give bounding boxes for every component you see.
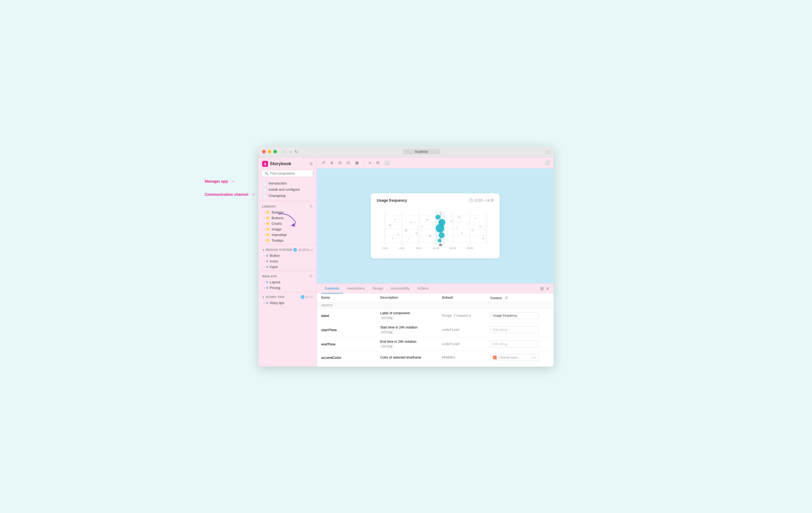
toolbar-fit-btn[interactable]: ⊡ (346, 159, 351, 166)
tab-design[interactable]: Design (369, 284, 387, 294)
prop-input-label[interactable] (490, 312, 539, 319)
tree-item-button[interactable]: › ⊞ Button (258, 253, 317, 259)
communication-channel-arrow: → (251, 192, 256, 197)
component-icon-input: ⊞ (266, 265, 268, 269)
tree-item-tooltips[interactable]: › 📁 Tooltips (258, 238, 317, 243)
svg-point-16 (416, 232, 418, 234)
nav-item-introduction[interactable]: 📄 Introduction (258, 180, 317, 186)
svg-text:12:00: 12:00 (433, 247, 439, 249)
svg-point-27 (479, 225, 482, 227)
search-shortcut: / (312, 172, 316, 176)
toolbar-zoom-in-btn[interactable]: ⊕ (329, 159, 335, 166)
chevron-pricing: › (264, 286, 265, 289)
tab-accessibility[interactable]: Accessibility (387, 284, 413, 294)
color-picker-control[interactable]: Choose color... </> (490, 354, 539, 361)
maximize-dot[interactable] (273, 150, 277, 153)
nav-item-changelog[interactable]: 📄 Changelog (258, 193, 317, 199)
search-bar[interactable]: 🔍 / (262, 170, 313, 177)
content-area: ↺ ⊕ ⊖ ⊡ ▣ ≡ ⚙ ⬜ ⬜ Preview iframe ↓ (317, 157, 554, 367)
chevron-interstitial: › (264, 234, 265, 236)
toolbar-reset-btn[interactable]: ↺ (321, 159, 326, 166)
toolbar-zoom-out-btn[interactable]: ⊖ (337, 159, 343, 166)
story-tips-version-badge[interactable]: 🌐 0.7 ∨ (300, 295, 313, 299)
panel-close-icon[interactable]: ✕ (546, 286, 549, 291)
chevron-charts: › (264, 222, 265, 225)
forward-button[interactable]: → (288, 149, 292, 154)
tab-actions[interactable]: Actions (413, 284, 433, 294)
prop-default-label: Usage frequency (442, 314, 490, 318)
tree-label-input: Input (270, 265, 278, 269)
svg-point-12 (389, 224, 391, 226)
tree-label-layout: Layout (270, 280, 280, 284)
tab-interactions[interactable]: Interactions (343, 284, 369, 294)
back-button[interactable]: ← (282, 149, 286, 154)
prop-default-end-time: undefined (442, 342, 490, 346)
story-tips-version: 0.7 (306, 295, 310, 299)
tree-item-badges[interactable]: › 📁 Badges (258, 210, 317, 215)
toolbar-divider-1 (364, 160, 364, 165)
nav-item-install[interactable]: 📄 Install and configure (258, 186, 317, 193)
library-sync-icon[interactable]: ↻ (310, 205, 313, 209)
tree-item-charts[interactable]: › 📁 Charts (258, 221, 317, 226)
story-tips-section: ∨ Story tips 🌐 0.7 ∨ (258, 293, 317, 300)
design-system-label-row[interactable]: ∨ Design system (262, 248, 292, 252)
table-row-end-time: endTime End time in 24h notation string … (317, 337, 554, 351)
code-icon[interactable]: </> (531, 356, 536, 360)
svg-point-37 (438, 239, 441, 243)
address-bar-container: localhost (300, 149, 543, 155)
sidebar-divider-4 (258, 292, 317, 292)
chevron-buttons: › (264, 216, 265, 219)
chevron-layout: › (264, 281, 265, 284)
nav-label-introduction: Introduction (269, 181, 287, 185)
prop-input-start-time[interactable] (490, 326, 539, 333)
svg-point-31 (408, 238, 409, 239)
toolbar-grid-btn[interactable]: ▣ (354, 159, 360, 166)
url-bar[interactable]: localhost (403, 149, 440, 155)
toolbar-external-link[interactable]: ⬜ (545, 160, 550, 165)
toolbar-layout-btn[interactable]: ≡ (368, 159, 372, 166)
prop-control-start-time[interactable] (490, 326, 549, 333)
tree-item-layout[interactable]: › ⊞ Layout (258, 279, 317, 285)
tree-item-story-tips[interactable]: › ⊞ Story tips (258, 300, 317, 306)
prop-input-end-time[interactable] (490, 341, 539, 348)
minimize-dot[interactable] (268, 150, 271, 153)
toolbar-settings-btn[interactable]: ⚙ (375, 159, 380, 166)
svg-point-15 (411, 222, 412, 223)
reset-all-icon[interactable]: ↺ (505, 296, 508, 300)
tab-controls[interactable]: Controls (321, 284, 343, 294)
bubble-chart-svg: 0:00 4:00 8:00 12:00 16:00 20:00 (377, 206, 494, 254)
toolbar-fullscreen-btn[interactable]: ⬜ (383, 159, 390, 166)
prop-name-start-time: startTime (321, 328, 380, 332)
color-swatch (493, 355, 497, 360)
component-icon-button: ⊞ (266, 254, 268, 257)
chart-time-range: 🕐 13:30 – 14:30 (469, 198, 494, 202)
tree-item-buttons[interactable]: › 📁 Buttons (258, 215, 317, 221)
story-tips-label-row[interactable]: ∨ Story tips (262, 295, 285, 299)
tree-item-input[interactable]: › ⊞ Input (258, 264, 317, 270)
prop-control-accent-color[interactable]: Choose color... </> (490, 354, 549, 361)
svg-point-36 (439, 232, 445, 238)
design-system-version-badge[interactable]: 🌐 10.03.01 ∨ (293, 248, 313, 252)
panel-expand-icon[interactable]: ⊞ (540, 286, 544, 291)
tree-item-interstitial[interactable]: › 📁 Interstitial (258, 232, 317, 238)
doc-icon-changelog: 📄 (263, 194, 267, 198)
sidebar-divider-1 (258, 201, 317, 201)
web-app-sync-icon[interactable]: ↻ (310, 274, 313, 278)
prop-control-end-time[interactable] (490, 341, 549, 348)
tree-item-pricing[interactable]: › ⊞ Pricing (258, 285, 317, 291)
search-input[interactable] (270, 172, 311, 176)
tree-label-image: Image (271, 227, 281, 231)
browser-extra-actions: ⬜ (545, 149, 550, 154)
brand-name: Storybook (270, 161, 291, 166)
refresh-button[interactable]: ↻ (295, 149, 298, 154)
prop-desc-label: Label of component string (380, 311, 442, 320)
tree-item-icons[interactable]: › ⊞ Icons (258, 259, 317, 264)
tree-item-image[interactable]: › 📁 Image (258, 226, 317, 232)
controls-panel: Controls Interactions Design Accessibili… (317, 284, 554, 367)
chevron-design-system: ∨ (262, 248, 265, 252)
prop-desc-start-time: Start time in 24h notation string (380, 326, 442, 334)
globe-icon-story: 🌐 (300, 295, 304, 299)
close-dot[interactable] (262, 150, 266, 153)
settings-icon[interactable]: ⚙ (310, 161, 313, 166)
prop-control-label[interactable] (490, 312, 549, 319)
